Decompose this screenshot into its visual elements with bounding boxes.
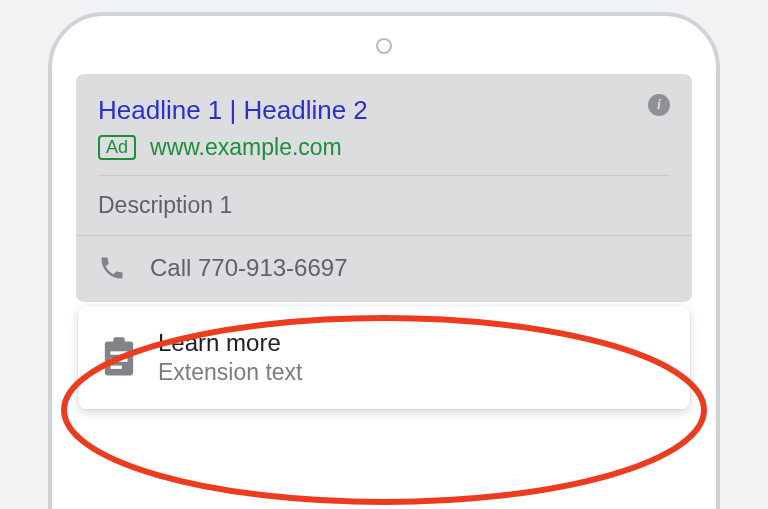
- svg-rect-4: [111, 366, 122, 369]
- device-frame: Headline 1 | Headline 2 Ad www.example.c…: [48, 12, 720, 509]
- extension-title: Learn more: [158, 328, 302, 358]
- svg-rect-3: [111, 359, 128, 362]
- ad-headline[interactable]: Headline 1 | Headline 2: [98, 94, 670, 128]
- ad-badge: Ad: [98, 135, 136, 160]
- extension-subtitle: Extension text: [158, 358, 302, 387]
- ad-description: Description 1: [76, 176, 692, 236]
- call-label: Call 770-913-6697: [150, 254, 347, 282]
- svg-rect-0: [105, 342, 133, 376]
- call-extension-row[interactable]: Call 770-913-6697: [76, 236, 692, 302]
- info-icon[interactable]: [648, 94, 670, 116]
- lead-form-extension-card[interactable]: Learn more Extension text: [78, 306, 690, 409]
- phone-icon: [98, 254, 126, 282]
- extension-text-block: Learn more Extension text: [158, 328, 302, 387]
- ad-header: Headline 1 | Headline 2 Ad www.example.c…: [76, 74, 692, 176]
- camera-dot: [376, 38, 392, 54]
- svg-rect-1: [113, 337, 124, 346]
- ad-display-url[interactable]: www.example.com: [150, 134, 342, 161]
- ad-url-row: Ad www.example.com: [98, 134, 670, 176]
- svg-rect-2: [111, 352, 128, 355]
- clipboard-icon: [102, 337, 136, 377]
- ad-card: Headline 1 | Headline 2 Ad www.example.c…: [76, 74, 692, 302]
